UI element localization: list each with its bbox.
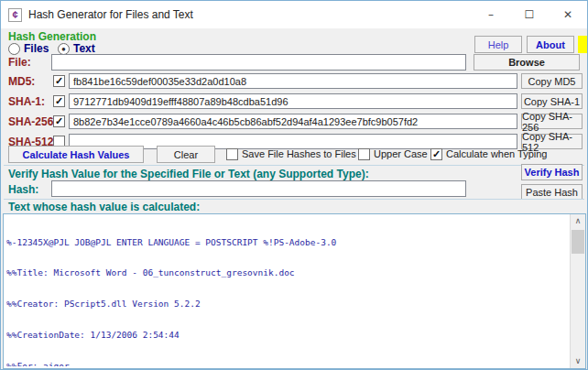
md5-checkbox[interactable]: ✓ bbox=[53, 75, 65, 87]
md5-label: MD5: bbox=[8, 75, 35, 88]
save-hashes-checkbox[interactable] bbox=[226, 148, 238, 160]
about-button[interactable]: About bbox=[527, 36, 574, 53]
minimize-button[interactable]: – bbox=[472, 1, 510, 28]
upper-case-checkbox[interactable] bbox=[358, 148, 370, 160]
save-hashes-label[interactable]: Save File Hashes to Files bbox=[242, 148, 356, 159]
sha1-value-field[interactable]: 9712771db9409d19efff48807a89b48cdba51d96 bbox=[69, 93, 517, 109]
file-input[interactable] bbox=[51, 54, 466, 71]
text-radio-label[interactable]: Text bbox=[73, 42, 95, 55]
hash-text-content[interactable]: %-12345X@PJL JOB@PJL ENTER LANGUAGE = PO… bbox=[6, 216, 568, 366]
text-line: %%For: ajgor bbox=[6, 361, 568, 366]
browse-button[interactable]: Browse bbox=[474, 54, 580, 71]
sha256-checkbox[interactable]: ✓ bbox=[53, 115, 65, 127]
app-icon: ¢ bbox=[8, 8, 22, 22]
verify-heading: Verify Hash Value for the Specified File… bbox=[8, 168, 369, 180]
scrollbar-thumb[interactable] bbox=[572, 230, 584, 254]
file-label: File: bbox=[8, 56, 31, 69]
upper-case-label[interactable]: Upper Case bbox=[374, 148, 428, 159]
section-divider-2 bbox=[4, 199, 584, 200]
clear-button[interactable]: Clear bbox=[157, 146, 215, 163]
scroll-up-icon[interactable]: ∧ bbox=[571, 214, 585, 228]
md5-value-field[interactable]: fb841be16c59def00035e33d2a0d10a8 bbox=[69, 73, 517, 89]
scroll-down-icon[interactable]: ∨ bbox=[571, 354, 585, 368]
close-button[interactable]: ✕ bbox=[549, 1, 587, 28]
copy-sha256-button[interactable]: Copy SHA-256 bbox=[521, 114, 583, 129]
text-line: %%CreationDate: 1/13/2006 2:54:44 bbox=[6, 330, 568, 340]
calculate-hash-button[interactable]: Calculate Hash Values bbox=[8, 146, 144, 163]
paste-hash-button[interactable]: Paste Hash bbox=[521, 184, 583, 200]
hash-text-area[interactable]: %-12345X@PJL JOB@PJL ENTER LANGUAGE = PO… bbox=[3, 213, 586, 369]
window-title: Hash Generator for Files and Text bbox=[28, 8, 193, 21]
text-line: %%Title: Microsoft Word - 06_tunconstruc… bbox=[6, 267, 568, 278]
text-section-heading: Text whose hash value is calculated: bbox=[8, 201, 200, 213]
sha256-value-field[interactable]: 8b82e7b34e1cce0789a4660a4c46b5cb86abf52d… bbox=[69, 114, 517, 129]
verify-hash-input[interactable] bbox=[51, 180, 466, 197]
text-radio-dot: ● bbox=[61, 46, 66, 53]
vertical-scrollbar[interactable]: ∧ ∨ bbox=[570, 214, 585, 368]
title-bar: ¢ Hash Generator for Files and Text – ☐ … bbox=[1, 1, 587, 28]
calc-typing-label[interactable]: Calculate when Typing bbox=[446, 148, 547, 159]
yellow-indicator bbox=[578, 36, 588, 53]
maximize-button[interactable]: ☐ bbox=[510, 1, 549, 28]
section-divider bbox=[4, 165, 584, 166]
text-line: %%Creator: PScript5.dll Version 5.2.2 bbox=[6, 299, 568, 309]
sha256-label: SHA-256: bbox=[8, 115, 57, 128]
hash-generation-heading: Hash Generation bbox=[8, 30, 96, 43]
copy-sha1-button[interactable]: Copy SHA-1 bbox=[521, 93, 583, 109]
copy-md5-button[interactable]: Copy MD5 bbox=[521, 73, 583, 89]
help-button[interactable]: Help bbox=[474, 36, 522, 53]
text-line: %-12345X@PJL JOB@PJL ENTER LANGUAGE = PO… bbox=[6, 237, 568, 247]
calc-typing-checkbox[interactable]: ✓ bbox=[430, 148, 442, 160]
copy-sha512-button[interactable]: Copy SHA-512 bbox=[521, 134, 583, 149]
verify-hash-button[interactable]: Verify Hash bbox=[521, 164, 583, 180]
sha1-checkbox[interactable]: ✓ bbox=[53, 95, 65, 107]
files-radio[interactable] bbox=[8, 43, 20, 55]
files-radio-label[interactable]: Files bbox=[24, 42, 49, 55]
app-window: ¢ Hash Generator for Files and Text – ☐ … bbox=[0, 0, 588, 370]
verify-hash-label: Hash: bbox=[8, 183, 38, 196]
sha1-label: SHA-1: bbox=[8, 95, 45, 108]
